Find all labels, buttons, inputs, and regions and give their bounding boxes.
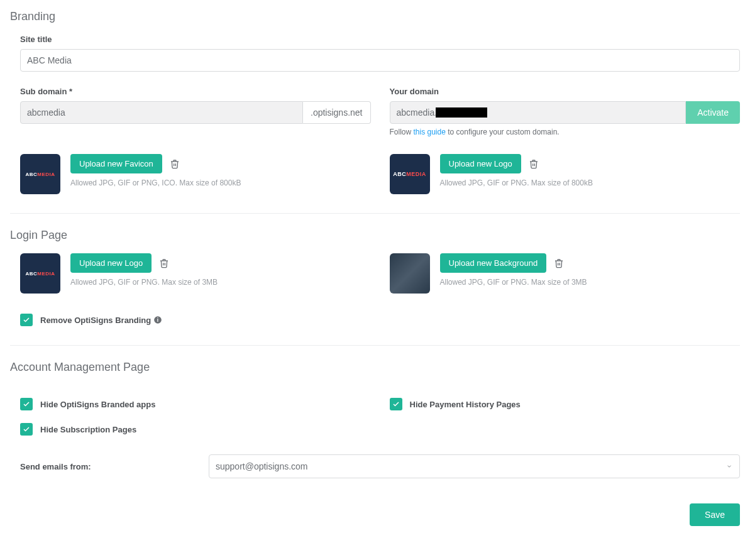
login-logo-thumbnail: ABCMEDIA bbox=[20, 253, 60, 294]
upload-login-background-button[interactable]: Upload new Background bbox=[440, 253, 547, 273]
save-button[interactable]: Save bbox=[690, 503, 740, 526]
this-guide-link[interactable]: this guide bbox=[414, 128, 446, 136]
upload-favicon-button[interactable]: Upload new Favicon bbox=[70, 154, 162, 173]
remove-branding-checkbox[interactable] bbox=[20, 314, 33, 326]
site-title-input[interactable] bbox=[20, 49, 740, 72]
trash-icon[interactable] bbox=[170, 159, 180, 169]
hide-branded-apps-label: Hide OptiSigns Branded apps bbox=[40, 400, 155, 409]
sub-domain-label: Sub domain * bbox=[20, 87, 371, 96]
favicon-allowed-text: Allowed JPG, GIF or PNG, ICO. Max size o… bbox=[70, 178, 241, 187]
hide-payment-history-checkbox[interactable] bbox=[390, 398, 402, 410]
site-title-label: Site title bbox=[20, 35, 740, 44]
logo-thumbnail: ABCMEDIA bbox=[390, 154, 430, 194]
login-page-section: Login Page ABCMEDIA Upload new Logo Allo… bbox=[10, 229, 740, 326]
account-management-title: Account Management Page bbox=[10, 361, 740, 374]
divider bbox=[10, 345, 740, 346]
your-domain-label: Your domain bbox=[390, 87, 741, 96]
trash-icon[interactable] bbox=[159, 258, 169, 268]
upload-login-logo-button[interactable]: Upload new Logo bbox=[70, 253, 152, 273]
sub-domain-input[interactable] bbox=[20, 101, 303, 124]
branding-title: Branding bbox=[10, 10, 740, 23]
hide-subscription-pages-label: Hide Subscription Pages bbox=[40, 425, 136, 434]
branding-section: Branding Site title Sub domain * .optisi… bbox=[10, 10, 740, 194]
login-logo-allowed-text: Allowed JPG, GIF or PNG. Max size of 3MB bbox=[70, 278, 218, 287]
divider bbox=[10, 213, 740, 214]
logo-allowed-text: Allowed JPG, GIF or PNG. Max size of 800… bbox=[440, 178, 593, 187]
login-page-title: Login Page bbox=[10, 229, 740, 242]
favicon-thumbnail: ABCMEDIA bbox=[20, 154, 60, 194]
account-management-section: Account Management Page Hide OptiSigns B… bbox=[10, 361, 740, 478]
trash-icon[interactable] bbox=[554, 258, 564, 268]
your-domain-helper: Follow this guide to configure your cust… bbox=[390, 128, 741, 136]
remove-branding-label: Remove OptiSigns Branding i bbox=[40, 316, 162, 325]
hide-payment-history-label: Hide Payment History Pages bbox=[410, 400, 521, 409]
svg-text:i: i bbox=[157, 317, 158, 323]
redacted-domain bbox=[436, 107, 487, 118]
upload-logo-button[interactable]: Upload new Logo bbox=[440, 154, 521, 173]
sub-domain-suffix: .optisigns.net bbox=[303, 101, 371, 124]
send-emails-from-label: Send emails from: bbox=[20, 462, 196, 471]
send-emails-from-select[interactable] bbox=[209, 454, 740, 478]
your-domain-input[interactable]: abcmedia. bbox=[390, 101, 687, 124]
info-icon[interactable]: i bbox=[153, 316, 162, 324]
activate-button[interactable]: Activate bbox=[686, 101, 740, 124]
hide-branded-apps-checkbox[interactable] bbox=[20, 398, 33, 410]
login-background-thumbnail bbox=[390, 253, 430, 294]
trash-icon[interactable] bbox=[529, 159, 539, 169]
login-background-allowed-text: Allowed JPG, GIF or PNG. Max size of 3MB bbox=[440, 278, 587, 287]
hide-subscription-pages-checkbox[interactable] bbox=[20, 423, 33, 436]
